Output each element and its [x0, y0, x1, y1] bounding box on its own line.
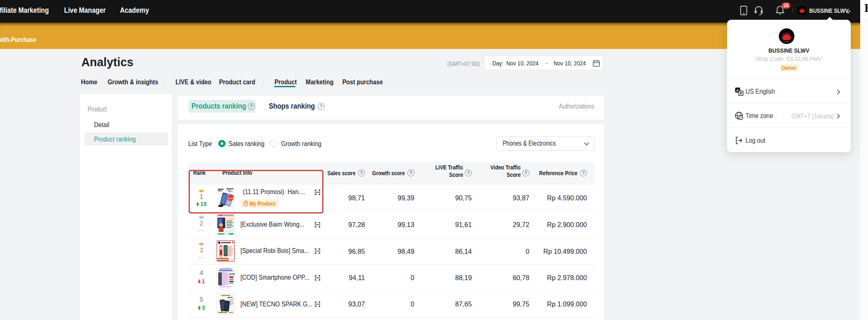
- svg-text:A78: A78: [229, 273, 235, 276]
- svg-text:HUAWEI: HUAWEI: [783, 41, 790, 43]
